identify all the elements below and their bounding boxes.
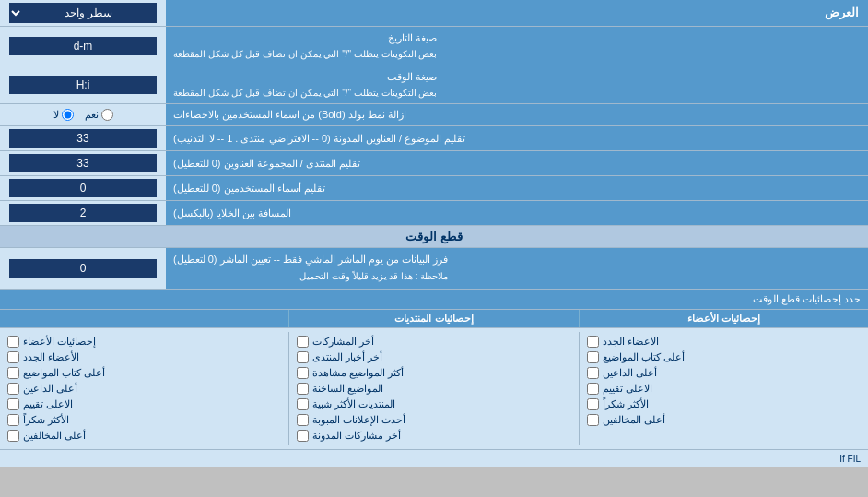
checkbox-item: أخر المشاركات	[297, 334, 570, 349]
time-format-input[interactable]	[9, 76, 157, 94]
checkbox-item: أعلى كتاب المواضيع	[587, 349, 861, 365]
checkbox-item: الأعضاء الجدد	[7, 349, 281, 365]
checkbox-item: أخر أخبار المنتدى	[297, 349, 570, 365]
عرض-label: العرض	[825, 5, 859, 21]
radio-yes-input[interactable]	[101, 109, 113, 121]
checkbox-top-topic-writers[interactable]	[7, 367, 19, 379]
checkboxes-col3: الاعضاء الجدد أعلى كتاب المواضيع أعلى ال…	[580, 332, 868, 445]
col2-header: إحصائيات المنتديات	[289, 310, 579, 327]
checkbox-item: الاعلى تقييم	[7, 396, 281, 412]
trim-forum-label: تقليم المنتدى / المجموعة العناوين (0 للت…	[173, 157, 360, 171]
checkbox-item: الاعلى تقييم	[587, 381, 861, 396]
checkbox-item: أعلى الداعين	[7, 381, 281, 396]
time-format-label: صيغة الوقت بعض التكوينات يتطلب "/" التي …	[173, 69, 437, 100]
checkbox-new-members[interactable]	[7, 351, 19, 363]
checkbox-item: الأكثر شكراً	[587, 396, 861, 412]
date-format-input[interactable]	[9, 37, 157, 55]
checkbox-item: أعلى المخالفين	[587, 412, 861, 428]
checkboxes-col1: إحصائيات الأعضاء الأعضاء الجدد أعلى كتاب…	[0, 332, 289, 445]
col1-header	[0, 310, 289, 327]
checkboxes-col2: أخر المشاركات أخر أخبار المنتدى أكثر الم…	[289, 332, 579, 445]
realtime-data-label: فرز البيانات من يوم الماشر الماشي فقط --…	[173, 252, 448, 284]
checkbox-item: أحدث الإعلانات المبوبة	[297, 412, 570, 428]
checkbox-most-viewed[interactable]	[297, 367, 309, 379]
checkbox-latest-classifieds[interactable]	[297, 414, 309, 426]
checkbox-top-referrers[interactable]	[587, 367, 599, 379]
checkbox-most-thanked[interactable]	[7, 414, 19, 426]
checkbox-latest-blog-posts[interactable]	[297, 430, 309, 442]
checkbox-item: المواضيع الساخنة	[297, 381, 570, 396]
cell-spacing-input[interactable]	[9, 204, 157, 222]
checkbox-most-thanks[interactable]	[587, 398, 599, 410]
checkbox-item: المنتديات الأكثر شبية	[297, 396, 570, 412]
checkbox-item: أعلى الداعين	[587, 365, 861, 381]
checkbox-top-infractors[interactable]	[587, 414, 599, 426]
checkbox-item: الأكثر شكراً	[7, 412, 281, 428]
date-format-label: صيغة التاريخ بعض التكوينات يتطلب "/" الت…	[173, 30, 437, 61]
radio-no-input[interactable]	[62, 109, 74, 121]
checkbox-latest-posts[interactable]	[297, 336, 309, 348]
radio-yes-label[interactable]: نعم	[85, 109, 113, 121]
checkbox-top-inviters[interactable]	[7, 383, 19, 395]
checkbox-top-rated[interactable]	[587, 383, 599, 395]
checkbox-latest-forum-news[interactable]	[297, 351, 309, 363]
checkbox-item: الاعضاء الجدد	[587, 334, 861, 349]
trim-usernames-input[interactable]	[9, 179, 157, 197]
cell-spacing-label: المسافة بين الخلايا (بالبكسل)	[173, 207, 292, 220]
trim-usernames-label: تقليم أسماء المستخدمين (0 للتعطيل)	[173, 182, 325, 195]
trim-topic-input[interactable]	[9, 129, 157, 148]
bottom-note: If FIL	[0, 449, 868, 467]
checkbox-item: أخر مشاركات المدونة	[297, 428, 570, 444]
stats-apply-label: حدد إحصائيات قطع الوقت	[0, 290, 868, 309]
checkbox-item: إحصائيات الأعضاء	[7, 334, 281, 349]
checkbox-item: أعلى المخالفين	[7, 428, 281, 444]
realtime-data-input[interactable]	[9, 259, 157, 278]
checkbox-hot-topics[interactable]	[297, 383, 309, 395]
checkbox-member-stats[interactable]	[7, 336, 19, 348]
trim-topic-label: تقليم الموضوع / العناوين المدونة (0 -- ا…	[173, 132, 465, 146]
checkbox-top-violators[interactable]	[7, 430, 19, 442]
checkbox-item: أعلى كتاب المواضيع	[7, 365, 281, 381]
checkbox-top-posters[interactable]	[587, 351, 599, 363]
سطر-واحد-select[interactable]: سطر واحد	[9, 3, 157, 23]
checkbox-most-active-forums[interactable]	[297, 398, 309, 410]
trim-forum-input[interactable]	[9, 154, 157, 172]
checkbox-item: أكثر المواضيع مشاهدة	[297, 365, 570, 381]
bold-removal-label: ازالة نمط بولد (Bold) من اسماء المستخدمي…	[173, 108, 406, 122]
radio-no-label[interactable]: لا	[53, 109, 74, 121]
checkbox-members-new[interactable]	[587, 336, 599, 348]
col3-header: إحصائيات الأعضاء	[580, 310, 868, 327]
realtime-section-header: قطع الوقت	[0, 226, 868, 248]
checkbox-highest-rated[interactable]	[7, 398, 19, 410]
